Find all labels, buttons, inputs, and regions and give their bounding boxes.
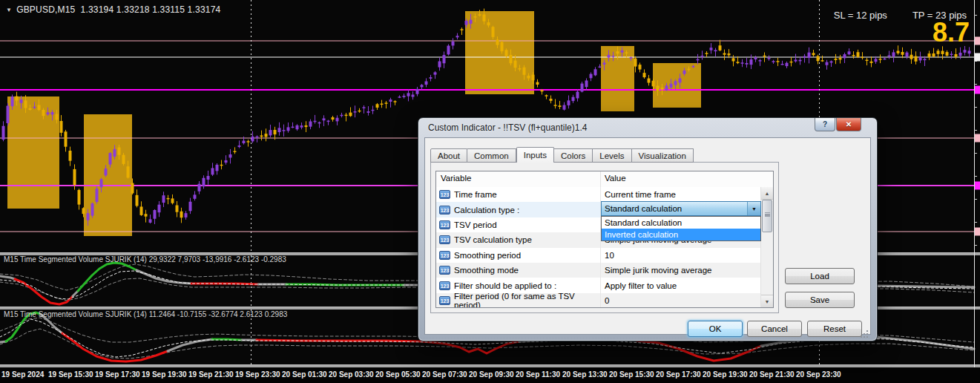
table-row[interactable]: 123Filter period (0 for same as TSV peri… <box>436 293 760 307</box>
numeric-parameter-icon: 123 <box>439 296 450 305</box>
grid-header: Variable Value <box>436 171 773 188</box>
sl-label: SL = 12 pips <box>834 10 887 21</box>
grid-scrollbar[interactable]: ▲ ▼ <box>760 187 773 307</box>
row-value[interactable]: Current time frame <box>601 190 760 199</box>
table-row[interactable]: 123Smoothing modeSimple jurik moving ave… <box>436 263 760 278</box>
chart-dropdown-icon[interactable]: ▼ <box>6 7 12 13</box>
resize-grip[interactable] <box>866 330 868 332</box>
chevron-down-icon[interactable]: ▼ <box>747 202 760 215</box>
time-axis-label: 19 Sep 19:30 <box>142 370 187 379</box>
time-axis-label: 20 Sep 05:30 <box>375 370 421 379</box>
numeric-parameter-icon: 123 <box>439 266 450 275</box>
time-axis[interactable]: 19 Sep 202419 Sep 15:3019 Sep 17:3019 Se… <box>0 367 980 383</box>
time-axis-label: 20 Sep 03:30 <box>329 370 374 379</box>
time-axis-label: 20 Sep 17:30 <box>656 370 701 379</box>
tab-colors[interactable]: Colors <box>554 148 593 163</box>
time-axis-label: 20 Sep 13:30 <box>562 370 608 379</box>
time-axis-label: 19 Sep 2024 <box>1 370 44 379</box>
close-button[interactable]: ✕ <box>836 118 861 131</box>
scroll-up-icon[interactable]: ▲ <box>761 187 773 200</box>
time-axis-label: 20 Sep 09:30 <box>469 370 514 379</box>
numeric-parameter-icon: 123 <box>439 220 450 229</box>
row-label: Smoothing mode <box>454 266 519 275</box>
ok-button[interactable]: OK <box>688 321 743 337</box>
row-value[interactable]: 10 <box>601 251 760 260</box>
help-button[interactable]: ? <box>815 118 835 131</box>
time-axis-label: 20 Sep 23:30 <box>796 370 841 379</box>
time-axis-label: 20 Sep 19:30 <box>703 370 748 379</box>
tab-bar: AboutCommonInputsColorsLevelsVisualizati… <box>430 147 694 163</box>
indicator1-label: M15 Time Segmented Volume SJURIK (14) 29… <box>4 255 286 263</box>
time-axis-label: 20 Sep 01:30 <box>282 370 327 379</box>
close-icon: ✕ <box>846 120 852 128</box>
time-axis-label: 19 Sep 23:30 <box>235 370 280 379</box>
load-button[interactable]: Load <box>785 268 855 284</box>
time-axis-label: 19 Sep 17:30 <box>95 370 140 379</box>
time-axis-label: 20 Sep 21:30 <box>749 370 795 379</box>
reset-button[interactable]: Reset <box>807 321 862 337</box>
ohlc-quotes: 1.33194 1.33218 1.33115 1.33174 <box>81 4 221 15</box>
tab-inputs[interactable]: Inputs <box>516 147 554 163</box>
time-axis-label: 20 Sep 07:30 <box>422 370 467 379</box>
help-icon: ? <box>823 120 827 128</box>
row-label: TSV calculation type <box>454 235 532 244</box>
row-label: TSV period <box>454 220 497 229</box>
row-label: Time frame <box>454 190 497 199</box>
numeric-parameter-icon: 123 <box>439 206 450 215</box>
chart-symbol-title: ▼GBPUSD,M15 1.33194 1.33218 1.33115 1.33… <box>6 4 220 15</box>
table-row[interactable]: 123Filter should be applied to :Apply fi… <box>436 278 760 292</box>
dialog-titlebar[interactable]: Custom Indicator - !!TSV (fl+quantile)1.… <box>418 118 877 137</box>
table-row[interactable]: 123Smoothing period10 <box>436 248 760 263</box>
symbol-name: GBPUSD,M15 <box>16 4 75 15</box>
row-value[interactable]: Apply filter to value <box>601 281 760 290</box>
row-label: Smoothing period <box>454 251 521 260</box>
dialog-title: Custom Indicator - !!TSV (fl+quantile)1.… <box>428 122 587 133</box>
dialog-client-area: AboutCommonInputsColorsLevelsVisualizati… <box>424 137 871 335</box>
dropdown-option[interactable]: Inverted calculation <box>602 229 760 240</box>
row-value[interactable]: Simple jurik moving average <box>601 266 760 275</box>
signal-value: 8.7 <box>933 19 970 46</box>
custom-indicator-dialog: Custom Indicator - !!TSV (fl+quantile)1.… <box>418 117 878 341</box>
row-label: Filter should be applied to : <box>454 281 556 290</box>
cancel-button[interactable]: Cancel <box>747 321 802 337</box>
column-header-value: Value <box>601 171 773 187</box>
row-label: Filter period (0 for same as TSV period) <box>454 293 600 307</box>
scroll-down-icon[interactable]: ▼ <box>761 295 773 307</box>
numeric-parameter-icon: 123 <box>439 281 450 290</box>
calculation-type-combobox[interactable]: Standard calculation ▼ <box>601 201 761 216</box>
dropdown-option[interactable]: Standard calculation <box>602 217 760 229</box>
price-scale <box>974 0 980 367</box>
inputs-tab-panel: Variable Value 123Time frameCurrent time… <box>430 162 779 313</box>
combobox-value: Standard calculation <box>602 204 747 213</box>
time-axis-label: 19 Sep 15:30 <box>48 370 93 379</box>
tab-levels[interactable]: Levels <box>593 148 631 163</box>
numeric-parameter-icon: 123 <box>439 251 450 260</box>
tab-about[interactable]: About <box>430 148 467 163</box>
table-row[interactable]: 123Time frameCurrent time frame <box>436 187 760 202</box>
tab-visualization[interactable]: Visualization <box>632 148 694 163</box>
time-axis-label: 20 Sep 11:30 <box>516 370 560 379</box>
numeric-parameter-icon: 123 <box>439 235 450 244</box>
time-axis-label: 20 Sep 15:30 <box>609 370 654 379</box>
indicator2-label: M15 Time Segmented Volume SJURIK (14) 11… <box>4 310 287 318</box>
save-button[interactable]: Save <box>785 292 855 308</box>
calculation-type-dropdown-list: Standard calculationInverted calculation <box>601 216 761 241</box>
time-axis-label: 19 Sep 21:30 <box>188 370 234 379</box>
row-value[interactable]: 0 <box>601 296 760 305</box>
row-label: Calculation type : <box>454 206 519 215</box>
numeric-parameter-icon: 123 <box>439 190 450 199</box>
tab-common[interactable]: Common <box>467 148 516 163</box>
scrollbar-thumb[interactable] <box>762 200 772 232</box>
column-header-variable: Variable <box>436 171 601 187</box>
